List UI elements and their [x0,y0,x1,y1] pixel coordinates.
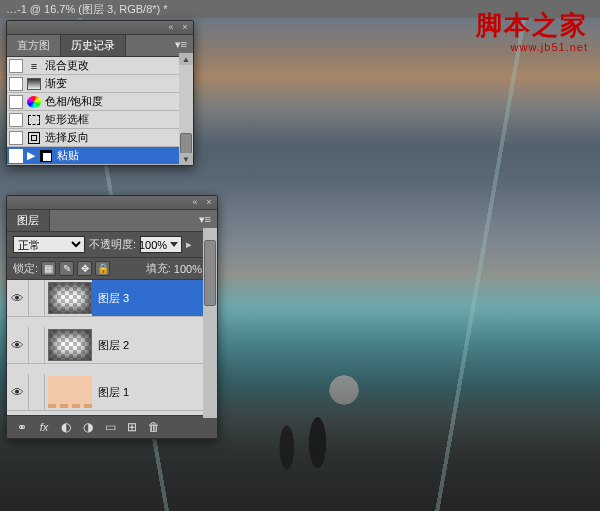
layers-tabs: 图层 ▾≡ [7,210,217,232]
history-item[interactable]: 渐变 [7,75,193,93]
history-list[interactable]: ≡ 混合更改 渐变 色相/饱和度 矩形选框 选择反向 ▶ 粘贴 [7,57,193,165]
layer-row[interactable]: 👁 图层 1 [7,374,217,411]
lock-row: 锁定: ▦ ✎ ✥ 🔒 填充: 100% ▸ [7,258,217,280]
history-item[interactable]: 选择反向 [7,129,193,147]
layer-thumbnail[interactable] [48,329,92,361]
history-scrollbar[interactable]: ▲ ▼ [179,53,193,165]
history-item[interactable]: ≡ 混合更改 [7,57,193,75]
layers-footer: ⚭ fx ◐ ◑ ▭ ⊞ 🗑 [7,415,217,438]
layer-list[interactable]: 👁 图层 3 👁 图层 2 👁 图层 1 [7,280,217,415]
tab-histogram[interactable]: 直方图 [7,35,61,56]
history-item-label: 矩形选框 [45,112,89,127]
history-item-label: 选择反向 [45,130,89,145]
fill-value[interactable]: 100% [174,263,202,275]
history-panel: « × 直方图 历史记录 ▾≡ ≡ 混合更改 渐变 色相/饱和度 矩形选框 选择… [6,20,194,166]
tab-history[interactable]: 历史记录 [61,35,126,56]
link-layers-icon[interactable]: ⚭ [13,419,31,435]
tab-layers[interactable]: 图层 [7,210,50,231]
layer-thumbnail[interactable] [48,376,92,408]
paste-icon [39,149,53,163]
close-icon[interactable]: × [180,23,190,33]
blend-mode-select[interactable]: 正常 [13,236,85,253]
scroll-down-icon[interactable]: ▼ [179,153,193,165]
brush-indicator-icon: ▶ [27,149,35,162]
history-titlebar[interactable]: « × [7,21,193,35]
layers-scrollbar[interactable] [203,228,217,418]
opacity-value[interactable]: 100% [140,236,182,253]
collapse-icon[interactable]: « [166,23,176,33]
delete-layer-icon[interactable]: 🗑 [145,419,163,435]
layers-panel: « × 图层 ▾≡ 正常 不透明度: 100% ▸ 锁定: ▦ ✎ ✥ 🔒 填充… [6,195,218,439]
inverse-icon [27,131,41,145]
history-item[interactable]: ▶ 粘贴 [7,147,193,165]
lock-paint-icon[interactable]: ✎ [59,261,74,276]
collapse-icon[interactable]: « [190,198,200,208]
visibility-icon[interactable]: 👁 [7,280,29,316]
layer-thumbnail[interactable] [48,282,92,314]
opacity-slider-icon[interactable]: ▸ [186,238,192,251]
close-icon[interactable]: × [204,198,214,208]
opacity-label: 不透明度: [89,237,136,252]
layers-titlebar[interactable]: « × [7,196,217,210]
history-item[interactable]: 色相/饱和度 [7,93,193,111]
adjustment-icon[interactable]: ◑ [79,419,97,435]
new-layer-icon[interactable]: ⊞ [123,419,141,435]
scroll-up-icon[interactable]: ▲ [179,53,193,65]
lock-all-icon[interactable]: 🔒 [95,261,110,276]
group-icon[interactable]: ▭ [101,419,119,435]
marquee-icon [27,113,41,127]
layer-options-row: 正常 不透明度: 100% ▸ [7,232,217,258]
history-tabs: 直方图 历史记录 ▾≡ [7,35,193,57]
hue-sat-icon [27,95,41,109]
history-item-label: 粘贴 [57,148,79,163]
layer-name[interactable]: 图层 2 [92,338,217,353]
lock-label: 锁定: [13,261,38,276]
history-item-label: 混合更改 [45,58,89,73]
fill-label: 填充: [146,261,171,276]
fx-icon[interactable]: fx [35,419,53,435]
history-item[interactable]: 矩形选框 [7,111,193,129]
lock-transparent-icon[interactable]: ▦ [41,261,56,276]
layer-row[interactable]: 👁 图层 2 [7,327,217,364]
scroll-thumb[interactable] [204,240,216,306]
layer-name[interactable]: 图层 3 [92,291,217,306]
gradient-icon [27,77,41,91]
layer-name[interactable]: 图层 1 [92,385,217,400]
watermark-text: 脚本之家 [476,8,588,43]
history-item-label: 色相/饱和度 [45,94,103,109]
lock-move-icon[interactable]: ✥ [77,261,92,276]
watermark: 脚本之家 www.jb51.net [476,8,588,53]
visibility-icon[interactable]: 👁 [7,327,29,363]
history-item-label: 渐变 [45,76,67,91]
blend-change-icon: ≡ [27,59,41,73]
visibility-icon[interactable]: 👁 [7,374,29,410]
layer-row[interactable]: 👁 图层 3 [7,280,217,317]
mask-icon[interactable]: ◐ [57,419,75,435]
